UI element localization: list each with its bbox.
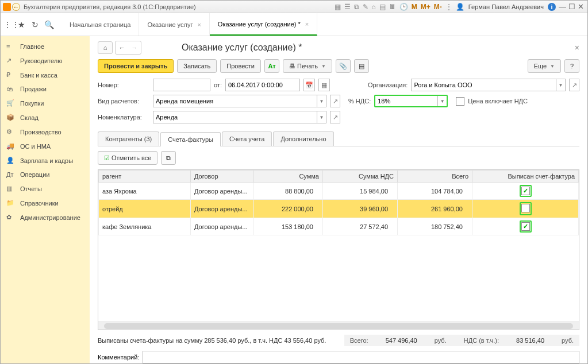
nomenclature-open-button[interactable]: ↗ [330, 111, 340, 123]
mark-all-button[interactable]: ☑ Отметить все [98, 151, 157, 165]
list-button[interactable]: ▤ [354, 59, 369, 73]
top-tabs: Начальная страница Оказание услуг× Оказа… [62, 13, 317, 36]
col-agent[interactable]: рагент [99, 171, 191, 183]
more-button[interactable]: Еще▼ [528, 59, 561, 73]
horizontal-scrollbar[interactable] [98, 322, 579, 330]
sidebar-item-main[interactable]: ≡Главное [1, 40, 90, 53]
table-row[interactable]: кафе Земляника Договор аренды... 153 180… [99, 218, 579, 235]
minimize-button[interactable]: — [559, 2, 566, 11]
sidebar-item-sales[interactable]: 🛍Продажи [1, 82, 90, 96]
sidebar-item-label: Администрирование [20, 214, 80, 221]
m-minus-button[interactable]: M- [434, 3, 442, 11]
chevron-down-icon[interactable]: ▼ [317, 95, 326, 107]
col-sum-nds[interactable]: Сумма НДС [323, 171, 398, 183]
close-icon[interactable]: × [197, 21, 201, 28]
table-row[interactable]: аза Яхрома Договор аренды... 88 800,00 1… [99, 183, 579, 200]
tab-services-create[interactable]: Оказание услуг (создание) *× [210, 13, 317, 36]
dtkt-button[interactable]: Ат [264, 59, 279, 73]
col-total[interactable]: Всего [398, 171, 472, 183]
org-open-button[interactable]: ↗ [569, 79, 579, 91]
cell-invoice-checkbox[interactable]: ✓ [472, 218, 579, 235]
sys-icon-6[interactable]: ▤ [379, 3, 386, 11]
m-plus-button[interactable]: M+ [421, 3, 431, 11]
sys-icon-4[interactable]: ✎ [363, 3, 368, 11]
chevron-down-icon[interactable]: ▼ [437, 96, 447, 106]
calendar-ext-button[interactable]: ▦ [318, 79, 330, 91]
sidebar-item-assets[interactable]: 🚚ОС и НМА [1, 139, 90, 153]
subtab-label: Счета учета [229, 135, 264, 142]
number-input[interactable] [153, 79, 210, 91]
sidebar-item-manager[interactable]: ↗Руководителю [1, 53, 90, 68]
back-arrow-button[interactable]: ← [116, 41, 128, 54]
cell-contract: Договор аренды... [191, 218, 254, 235]
m-button[interactable]: M [412, 3, 417, 11]
nomenclature-label: Номенклатура: [98, 114, 149, 121]
chevron-down-icon[interactable]: ▼ [317, 111, 326, 123]
user-name[interactable]: Герман Павел Андреевич [468, 3, 544, 10]
search-icon[interactable]: 🔍 [42, 13, 56, 36]
sidebar-item-reports[interactable]: ▥Отчеты [1, 181, 90, 196]
back-circle-icon[interactable]: ← [12, 3, 20, 11]
subtab-label: Счета-фактуры [168, 136, 213, 143]
cell-sum: 153 180,00 [254, 218, 323, 235]
tab-services[interactable]: Оказание услуг× [139, 13, 209, 36]
post-button[interactable]: Провести [220, 59, 261, 73]
save-button[interactable]: Записать [177, 59, 217, 73]
sys-icon-7[interactable]: 🖩 [389, 3, 396, 11]
org-label: Организация: [368, 82, 408, 88]
sidebar-item-warehouse[interactable]: 📦Склад [1, 110, 90, 125]
sys-icon-5[interactable]: ⌂ [372, 3, 376, 11]
home-button[interactable]: ⌂ [98, 41, 113, 54]
col-invoice[interactable]: Выписан счет-фактура [472, 171, 579, 183]
sidebar-item-bank[interactable]: ₽Банк и касса [1, 68, 90, 82]
sys-icon-2[interactable]: ☰ [344, 3, 351, 11]
subtab-invoices[interactable]: Счета-фактуры [160, 132, 221, 146]
cell-invoice-checkbox[interactable] [472, 200, 579, 218]
apps-icon[interactable]: ⋮⋮⋮ [1, 13, 14, 36]
sidebar-item-purchases[interactable]: 🛒Покупки [1, 96, 90, 110]
sidebar-item-salary[interactable]: 👤Зарплата и кадры [1, 153, 90, 168]
sidebar-item-operations[interactable]: ДтОперации [1, 168, 90, 181]
tab-home[interactable]: Начальная страница [62, 13, 139, 36]
calctype-input[interactable]: Аренда помещения ▼ [153, 95, 326, 107]
help-button[interactable]: ? [564, 59, 579, 73]
attach-button[interactable]: 📎 [336, 59, 351, 73]
maximize-button[interactable]: ☐ [568, 2, 575, 11]
col-sum[interactable]: Сумма [254, 171, 323, 183]
price-includes-nds-checkbox[interactable] [456, 97, 464, 106]
scrollbar-thumb[interactable] [104, 323, 573, 329]
forward-arrow-button[interactable]: → [128, 41, 141, 54]
copy-button[interactable]: ⧉ [161, 151, 176, 165]
post-and-close-button[interactable]: Провести и закрыть [98, 59, 174, 73]
col-contract[interactable]: Договор [191, 171, 254, 183]
sidebar-item-production[interactable]: ⚙Производство [1, 125, 90, 139]
subtab-additional[interactable]: Дополнительно [273, 131, 333, 146]
history-icon[interactable]: ↻ [28, 13, 42, 36]
close-form-button[interactable]: × [575, 43, 579, 52]
sys-icon-3[interactable]: ⧉ [354, 3, 359, 11]
sidebar-item-catalogs[interactable]: 📁Справочники [1, 196, 90, 210]
nomenclature-input[interactable]: Аренда ▼ [153, 111, 326, 123]
print-button[interactable]: 🖶 Печать▼ [283, 59, 332, 73]
calctype-open-button[interactable]: ↗ [330, 95, 340, 107]
calendar-button[interactable]: 📅 [303, 79, 315, 91]
cell-invoice-checkbox[interactable]: ✓ [472, 183, 579, 200]
nomenclature-value: Аренда [156, 114, 178, 121]
nds-pct-input[interactable]: 18% ▼ [374, 95, 448, 107]
close-icon[interactable]: × [305, 21, 309, 28]
sys-icon-1[interactable]: ▦ [335, 3, 341, 11]
org-input[interactable]: Рога и Копыта ООО ▼ [411, 79, 566, 91]
chevron-down-icon[interactable]: ▼ [556, 79, 565, 91]
sys-icon-8[interactable]: 🕒 [399, 3, 408, 11]
date-input[interactable]: 06.04.2017 0:00:00 [225, 79, 300, 91]
info-icon[interactable]: i [548, 3, 556, 11]
subtab-accounts[interactable]: Счета учета [222, 131, 272, 146]
comment-input[interactable] [143, 351, 579, 363]
attach-icon: 📎 [339, 63, 347, 70]
help-icon: ? [570, 63, 574, 69]
star-icon[interactable]: ★ [14, 13, 28, 36]
sidebar-item-admin[interactable]: ✿Администрирование [1, 210, 90, 224]
table-row[interactable]: отрейд Договор аренды... 222 000,00 39 9… [99, 200, 579, 218]
close-window-button[interactable]: ✕ [578, 2, 584, 11]
subtab-contragents[interactable]: Контрагенты (3) [98, 131, 159, 146]
